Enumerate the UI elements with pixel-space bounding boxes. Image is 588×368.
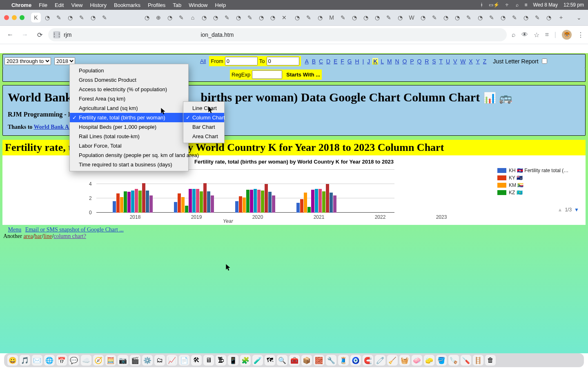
tab-item[interactable]: ✎ xyxy=(510,13,519,22)
world-bank-api-link[interactable]: World Bank API xyxy=(34,124,75,130)
chart-bar[interactable] xyxy=(333,195,336,213)
tab-item[interactable]: ✎ xyxy=(384,13,394,22)
dropdown-item[interactable]: Bar Chart xyxy=(183,122,224,132)
chart-bar[interactable] xyxy=(196,189,199,213)
chart-bar[interactable] xyxy=(189,189,192,213)
dock-app[interactable]: 🧲 xyxy=(363,355,373,366)
tab-item[interactable]: ◔ xyxy=(418,13,428,22)
chart-bar[interactable] xyxy=(211,195,214,213)
dropdown-item[interactable]: Time required to start a business (days) xyxy=(70,160,188,169)
tab-item[interactable]: ◔ xyxy=(256,13,266,22)
legend-next-icon[interactable]: ▼ xyxy=(574,207,579,213)
profile-avatar[interactable]: 🐯 xyxy=(562,30,572,40)
nav-back-button[interactable]: ← xyxy=(4,29,16,41)
dock-app[interactable]: 😀 xyxy=(7,355,18,366)
dock-app[interactable]: 🧹 xyxy=(387,355,398,366)
window-zoom-button[interactable] xyxy=(20,15,24,20)
chart-bar[interactable] xyxy=(239,196,242,213)
alphabet-letter-A[interactable]: A xyxy=(304,58,310,65)
alphabet-letter-G[interactable]: G xyxy=(347,58,353,65)
from-input[interactable] xyxy=(225,57,258,65)
alphabet-letter-U[interactable]: U xyxy=(445,58,451,65)
tab-item[interactable]: ◔ xyxy=(211,13,220,22)
menu-history[interactable]: History xyxy=(90,2,106,8)
tab-item[interactable]: ✎ xyxy=(222,13,232,22)
chart-bar[interactable] xyxy=(149,195,153,213)
alphabet-letter-I[interactable]: I xyxy=(362,58,365,65)
tab-item[interactable]: ◔ xyxy=(350,13,359,22)
chart-bar[interactable] xyxy=(120,197,123,213)
dock-app[interactable]: 🛠 xyxy=(191,355,202,366)
zoom-icon[interactable]: ⌕ xyxy=(512,31,516,38)
alphabet-letter-E[interactable]: E xyxy=(333,58,338,65)
chart-bar[interactable] xyxy=(315,189,318,213)
dock-app[interactable]: 🔧 xyxy=(326,355,336,366)
tab-item[interactable]: ◔ xyxy=(544,13,554,22)
alphabet-letter-C[interactable]: C xyxy=(318,58,324,65)
address-bar[interactable]: ⋮⋮ rjm ion_data.htm xyxy=(48,28,507,41)
dock-app[interactable]: 🧰 xyxy=(289,355,300,366)
all-link[interactable]: All xyxy=(200,58,206,64)
dropdown-item[interactable]: ✓Fertility rate, total (births per woman… xyxy=(70,113,188,122)
legend-entry[interactable]: KY 🇰🇾 xyxy=(497,175,579,181)
wifi-icon[interactable]: ᯤ xyxy=(505,2,510,8)
tab-item[interactable]: ✎ xyxy=(100,13,109,22)
dock-app[interactable]: 🧽 xyxy=(424,355,434,366)
alphabet-letter-P[interactable]: P xyxy=(409,58,414,65)
dock-app[interactable]: 📄 xyxy=(179,355,189,366)
dock-app[interactable]: 🧷 xyxy=(375,355,385,366)
dock-app[interactable]: 🌐 xyxy=(44,355,55,366)
alphabet-letter-Y[interactable]: Y xyxy=(475,58,481,65)
chart-bar[interactable] xyxy=(181,197,185,213)
tab-item[interactable]: ◔ xyxy=(361,13,371,22)
dropdown-item[interactable]: ✓Column Chart xyxy=(183,113,224,122)
chart-bar[interactable] xyxy=(296,203,300,213)
alphabet-letter-S[interactable]: S xyxy=(431,58,437,65)
chart-bar[interactable] xyxy=(207,191,210,213)
alphabet-letter-J[interactable]: J xyxy=(366,58,371,65)
email-snapshot-link[interactable]: Email or SMS snapshot of Google Chart ..… xyxy=(25,227,124,233)
tab-item[interactable]: ✎ xyxy=(77,13,87,22)
menu-bookmarks[interactable]: Bookmarks xyxy=(114,2,140,8)
chart-bar[interactable] xyxy=(261,191,264,213)
dock-app[interactable]: 🧵 xyxy=(338,355,349,366)
chart-bar[interactable] xyxy=(200,191,203,213)
tab-item[interactable]: ◔ xyxy=(498,13,508,22)
control-center-icon[interactable]: ≡ xyxy=(524,2,527,8)
dock-app[interactable]: 🧺 xyxy=(399,355,410,366)
dock-app[interactable]: 🧱 xyxy=(314,355,324,366)
chart-bar[interactable] xyxy=(265,184,268,213)
dropdown-item[interactable]: Forest Area (sq km) xyxy=(70,94,188,103)
dock-app[interactable]: 💬 xyxy=(69,355,79,366)
alphabet-letter-W[interactable]: W xyxy=(459,58,466,65)
bluetooth-icon[interactable]: ᚼ xyxy=(480,2,483,8)
chart-bar[interactable] xyxy=(138,191,142,213)
menu-file[interactable]: File xyxy=(39,2,47,8)
dropdown-item[interactable]: Rail Lines (total route-km) xyxy=(70,132,188,141)
chart-bar[interactable] xyxy=(311,190,314,213)
menubar-date[interactable]: Wed 8 May xyxy=(533,2,557,8)
menu-window[interactable]: Window xyxy=(189,2,207,8)
tab-item[interactable]: ✎ xyxy=(176,13,186,22)
line-link[interactable]: line xyxy=(43,233,52,239)
tab-item[interactable]: ◔ xyxy=(315,13,325,22)
chart-bar[interactable] xyxy=(304,193,307,213)
just-letter-report-checkbox[interactable] xyxy=(542,58,547,64)
chart-bar[interactable] xyxy=(174,202,177,213)
chart-bar[interactable] xyxy=(246,190,249,213)
tab-item[interactable]: ◔ xyxy=(292,13,302,22)
dock-app[interactable]: 🧪 xyxy=(252,355,263,366)
chart-bar[interactable] xyxy=(318,189,322,213)
app-name[interactable]: Chrome xyxy=(11,2,31,8)
tab-overflow-button[interactable]: ⌄ xyxy=(574,13,584,22)
menu-tab[interactable]: Tab xyxy=(173,2,181,8)
menu-view[interactable]: View xyxy=(71,2,82,8)
chart-bar[interactable] xyxy=(127,192,131,213)
tab-item[interactable]: W xyxy=(407,13,416,22)
tab-item[interactable]: ◔ xyxy=(268,13,278,22)
tab-item[interactable]: ✎ xyxy=(304,13,314,22)
dropdown-item[interactable]: Hospital Beds (per 1,000 people) xyxy=(70,122,188,132)
dock-app[interactable]: 🧩 xyxy=(240,355,251,366)
tab-item[interactable]: ⌂ xyxy=(188,13,198,22)
tab-item[interactable]: ◔ xyxy=(372,13,382,22)
